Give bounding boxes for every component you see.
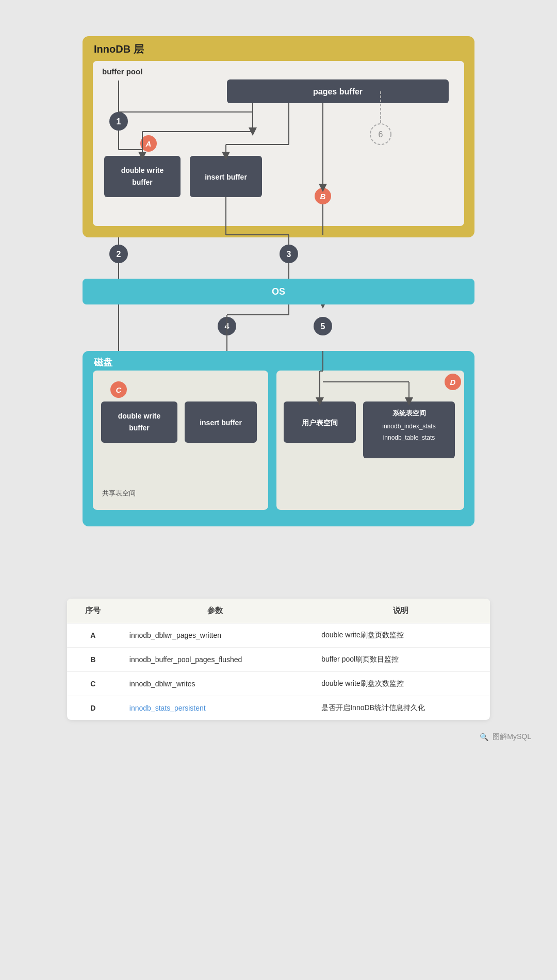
svg-text:buffer: buffer	[129, 424, 150, 432]
table-row: Cinnodb_dblwr_writesdouble write刷盘次数监控	[67, 672, 490, 696]
params-table: 序号 参数 说明 Ainnodb_dblwr_pages_writtendoub…	[67, 599, 490, 720]
architecture-diagram: InnoDB 层 buffer pool pages buffer 1 A do…	[67, 31, 490, 573]
table-row: Binnodb_buffer_pool_pages_flushedbuffer …	[67, 648, 490, 672]
table-header-seq: 序号	[67, 599, 119, 623]
table-cell-seq: C	[67, 672, 119, 696]
svg-text:double write: double write	[121, 166, 164, 174]
table-cell-desc: 是否开启InnoDB统计信息持久化	[311, 696, 490, 720]
svg-text:C: C	[116, 385, 122, 394]
table-cell-desc: double write刷盘次数监控	[311, 672, 490, 696]
svg-text:用户表空间: 用户表空间	[301, 419, 338, 427]
svg-text:innodb_index_stats: innodb_index_stats	[382, 423, 435, 430]
svg-text:buffer: buffer	[132, 178, 153, 186]
svg-text:B: B	[320, 192, 326, 201]
svg-text:2: 2	[117, 250, 121, 259]
table-cell-seq: A	[67, 623, 119, 648]
pages-buffer-label: pages buffer	[313, 87, 363, 96]
watermark-icon: 🔍	[480, 733, 488, 741]
svg-text:insert buffer: insert buffer	[200, 419, 242, 427]
double-write-buffer-disk-box	[101, 401, 177, 443]
table-row: Dinnodb_stats_persistent是否开启InnoDB统计信息持久…	[67, 696, 490, 720]
svg-text:A: A	[145, 139, 152, 148]
svg-text:3: 3	[287, 250, 291, 259]
svg-text:double write: double write	[118, 412, 161, 420]
svg-text:insert buffer: insert buffer	[205, 173, 247, 181]
svg-text:6: 6	[379, 130, 383, 139]
table-cell-desc: buffer pool刷页数目监控	[311, 648, 490, 672]
svg-text:innodb_table_stats: innodb_table_stats	[383, 434, 435, 441]
os-label: OS	[272, 286, 285, 297]
buffer-pool-label: buffer pool	[102, 67, 142, 76]
table-cell-seq: B	[67, 648, 119, 672]
table-cell-param: innodb_buffer_pool_pages_flushed	[119, 648, 311, 672]
shared-space-label: 共享表空间	[102, 489, 136, 497]
svg-text:系统表空间: 系统表空间	[392, 409, 426, 417]
table-row: Ainnodb_dblwr_pages_writtendouble write刷…	[67, 623, 490, 648]
table-cell-desc: double write刷盘页数监控	[311, 623, 490, 648]
table-cell-param[interactable]: innodb_stats_persistent	[119, 696, 311, 720]
table-cell-param: innodb_dblwr_pages_written	[119, 623, 311, 648]
innodb-layer-title: InnoDB 层	[94, 43, 144, 55]
disk-label: 磁盘	[93, 357, 113, 367]
double-write-buffer-box	[104, 156, 181, 197]
svg-text:1: 1	[117, 117, 121, 126]
table-header-desc: 说明	[311, 599, 490, 623]
svg-text:D: D	[450, 378, 456, 387]
table-header-param: 参数	[119, 599, 311, 623]
watermark-text: 图解MySQL	[493, 732, 531, 742]
table-cell-seq: D	[67, 696, 119, 720]
svg-text:5: 5	[321, 322, 325, 331]
watermark: 🔍 图解MySQL	[480, 732, 531, 742]
table-cell-param: innodb_dblwr_writes	[119, 672, 311, 696]
